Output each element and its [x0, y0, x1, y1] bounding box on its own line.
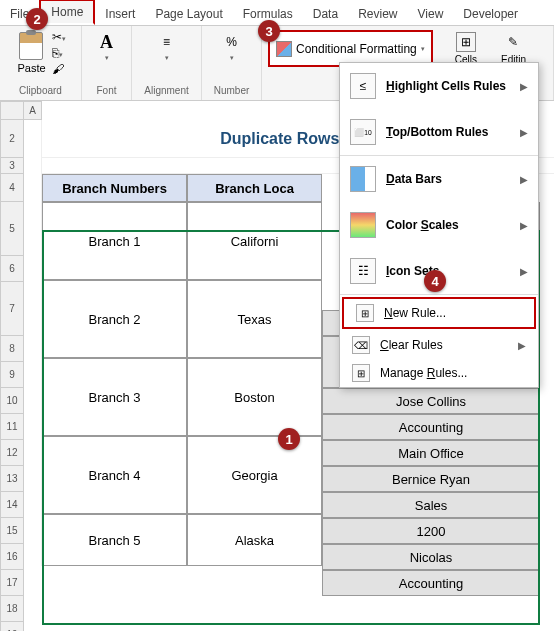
cell-location[interactable]: Californi	[187, 202, 322, 280]
icon-sets-icon: ☷	[350, 258, 376, 284]
cell-detail[interactable]: Nicolas	[322, 544, 540, 570]
row-header[interactable]: 10	[0, 388, 24, 414]
menu-data-bars[interactable]: Data Bars ▶	[340, 156, 538, 202]
row-header[interactable]: 6	[0, 256, 24, 282]
font-icon: A	[97, 32, 117, 52]
menu-highlight-cells[interactable]: ≤ HHighlight Cells Rulesighlight Cells R…	[340, 63, 538, 109]
percent-icon: %	[222, 32, 242, 52]
cut-icon[interactable]: ✂▾	[52, 30, 66, 44]
copy-icon[interactable]: ⎘▾	[52, 46, 66, 60]
row-headers: 2 3 4 5 6 7 8 9 10 11 12 13 14 15 16 17 …	[0, 120, 24, 631]
row-header[interactable]: 4	[0, 174, 24, 202]
editing-icon: ✎	[503, 32, 523, 52]
cell-detail[interactable]: 1200	[322, 518, 540, 544]
tab-developer[interactable]: Developer	[453, 3, 528, 25]
cell-location[interactable]: Alaska	[187, 514, 322, 566]
row-header[interactable]: 16	[0, 544, 24, 570]
cell-detail[interactable]: Main Office	[322, 440, 540, 466]
ribbon-tabs: File Home Insert Page Layout Formulas Da…	[0, 0, 554, 26]
cell-detail[interactable]: Bernice Ryan	[322, 466, 540, 492]
color-scales-icon	[350, 212, 376, 238]
callout-1: 1	[278, 428, 300, 450]
number-button[interactable]: % ▾	[220, 30, 244, 64]
cell-branch[interactable]: Branch 5	[42, 514, 187, 566]
row-header[interactable]: 7	[0, 282, 24, 336]
menu-top-bottom[interactable]: ⬜10 Top/Bottom Rules ▶	[340, 109, 538, 156]
row-header[interactable]: 14	[0, 492, 24, 518]
menu-color-scales[interactable]: Color Scales ▶	[340, 202, 538, 248]
group-number-label: Number	[214, 85, 250, 96]
group-font-label: Font	[96, 85, 116, 96]
clipboard-icon	[19, 32, 43, 60]
submenu-arrow-icon: ▶	[520, 220, 528, 231]
row-header[interactable]: 19	[0, 622, 24, 631]
format-painter-icon[interactable]: 🖌	[52, 62, 66, 76]
conditional-formatting-label: Conditional Formatting	[296, 42, 417, 56]
conditional-formatting-menu: ≤ HHighlight Cells Rulesighlight Cells R…	[339, 62, 539, 388]
cell-branch[interactable]: Branch 2	[42, 280, 187, 358]
paste-button[interactable]: Paste	[15, 30, 47, 76]
submenu-arrow-icon: ▶	[520, 174, 528, 185]
cell-detail[interactable]: Accounting	[322, 414, 540, 440]
row-header[interactable]: 2	[0, 120, 24, 158]
row-header[interactable]: 17	[0, 570, 24, 596]
row-header[interactable]: 3	[0, 158, 24, 174]
header-branch-location[interactable]: Branch Loca	[187, 174, 322, 202]
clear-rules-icon: ⌫	[352, 336, 370, 354]
highlight-cells-icon: ≤	[350, 73, 376, 99]
group-alignment-label: Alignment	[144, 85, 188, 96]
column-header[interactable]: A	[24, 101, 42, 120]
row-header[interactable]: 15	[0, 518, 24, 544]
cell-detail[interactable]: Sales	[322, 492, 540, 518]
cell-location[interactable]: Georgia	[187, 436, 322, 514]
menu-new-rule[interactable]: ⊞ New Rule...	[344, 299, 534, 327]
select-all-cell[interactable]	[0, 101, 24, 120]
tab-data[interactable]: Data	[303, 3, 348, 25]
group-clipboard-label: Clipboard	[19, 85, 62, 96]
cells-icon: ⊞	[456, 32, 476, 52]
row-header[interactable]: 18	[0, 596, 24, 622]
callout-3: 3	[258, 20, 280, 42]
cell-detail[interactable]: Accounting	[322, 570, 540, 596]
tab-view[interactable]: View	[408, 3, 454, 25]
paste-label: Paste	[17, 62, 45, 74]
chevron-down-icon: ▾	[421, 45, 425, 53]
new-rule-icon: ⊞	[356, 304, 374, 322]
header-branch-numbers[interactable]: Branch Numbers	[42, 174, 187, 202]
cell-branch[interactable]: Branch 4	[42, 436, 187, 514]
row-header[interactable]: 11	[0, 414, 24, 440]
font-button[interactable]: A ▾	[95, 30, 119, 64]
top-bottom-icon: ⬜10	[350, 119, 376, 145]
cell-location[interactable]: Boston	[187, 358, 322, 436]
menu-clear-rules[interactable]: ⌫ Clear Rules ▶	[340, 331, 538, 359]
alignment-icon: ≡	[157, 32, 177, 52]
submenu-arrow-icon: ▶	[518, 340, 526, 351]
callout-2: 2	[26, 8, 48, 30]
conditional-formatting-icon	[276, 41, 292, 57]
callout-4: 4	[424, 270, 446, 292]
row-header[interactable]: 8	[0, 336, 24, 362]
cell-detail[interactable]: Jose Collins	[322, 388, 540, 414]
submenu-arrow-icon: ▶	[520, 127, 528, 138]
cell-branch[interactable]: Branch 3	[42, 358, 187, 436]
submenu-arrow-icon: ▶	[520, 81, 528, 92]
row-header[interactable]: 5	[0, 202, 24, 256]
row-header[interactable]: 13	[0, 466, 24, 492]
tab-pagelayout[interactable]: Page Layout	[145, 3, 232, 25]
tab-insert[interactable]: Insert	[95, 3, 145, 25]
manage-rules-icon: ⊞	[352, 364, 370, 382]
alignment-button[interactable]: ≡ ▾	[155, 30, 179, 64]
tab-review[interactable]: Review	[348, 3, 407, 25]
cell-location[interactable]: Texas	[187, 280, 322, 358]
menu-manage-rules[interactable]: ⊞ Manage Rules...	[340, 359, 538, 387]
row-header[interactable]: 12	[0, 440, 24, 466]
data-bars-icon	[350, 166, 376, 192]
row-header[interactable]: 9	[0, 362, 24, 388]
submenu-arrow-icon: ▶	[520, 266, 528, 277]
cell-branch[interactable]: Branch 1	[42, 202, 187, 280]
